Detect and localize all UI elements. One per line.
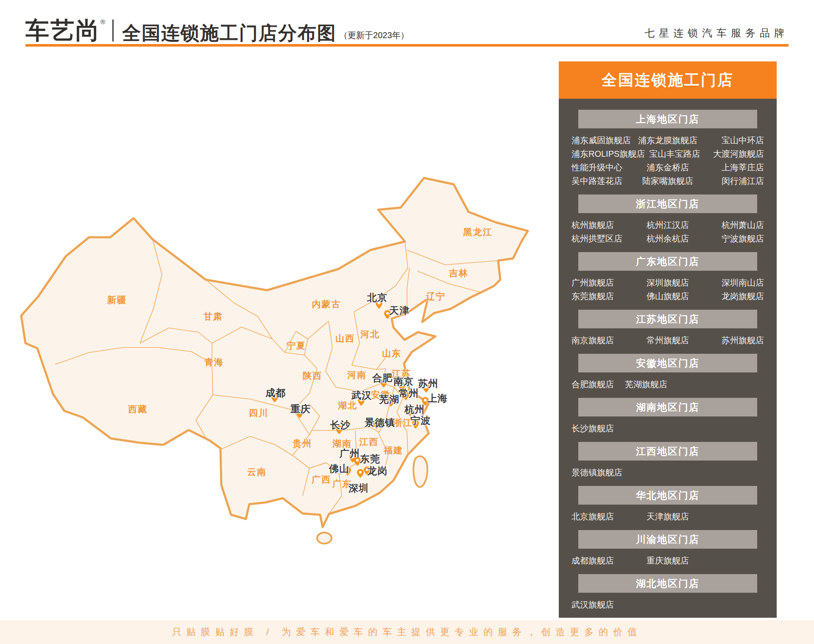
- store-name: 浦东金桥店: [636, 161, 700, 174]
- store-name: 合肥旗舰店: [571, 378, 614, 391]
- store-name: 杭州旗舰店: [571, 218, 636, 232]
- city-label: 武汉: [351, 389, 372, 402]
- city-label: 重庆: [290, 402, 311, 416]
- city-label: 芜湖: [379, 393, 399, 406]
- store-name: 成都旗舰店: [571, 554, 636, 567]
- panel-title: 全国连锁施工门店: [559, 61, 777, 99]
- city-label: 长沙: [330, 419, 351, 432]
- city-label: 佛山: [329, 462, 349, 475]
- province-label: 辽宁: [426, 291, 446, 303]
- hainan-island: [317, 533, 332, 544]
- province-label: 宁夏: [287, 340, 306, 352]
- region-section-title: 安徽地区门店: [578, 354, 757, 372]
- store-row: 浦东威固旗舰店浦东龙膜旗舰店宝山中环店: [571, 133, 764, 147]
- store-name: 杭州萧山店: [700, 218, 764, 232]
- store-name: 大渡河旗舰店: [705, 147, 764, 161]
- store-name: 深圳旗舰店: [636, 276, 700, 289]
- city-label: 宁波: [410, 414, 431, 427]
- region-section: 川渝地区门店成都旗舰店重庆旗舰店: [571, 530, 764, 567]
- store-name: 东莞旗舰店: [571, 289, 636, 303]
- page-title: 全国连锁施工门店分布图: [122, 24, 337, 42]
- store-panel: 全国连锁施工门店 上海地区门店浦东威固旗舰店浦东龙膜旗舰店宝山中环店浦东ROLI…: [559, 61, 777, 618]
- store-name: 杭州拱墅区店: [571, 232, 636, 245]
- china-map-outline: [13, 72, 547, 559]
- map-pin-icon: [357, 469, 364, 478]
- store-name: 苏州旗舰店: [700, 333, 764, 347]
- region-section-title: 华北地区门店: [578, 486, 757, 505]
- city-label: 合肥: [372, 372, 393, 385]
- store-row: 广州旗舰店深圳旗舰店深圳南山店: [571, 276, 764, 289]
- region-section: 浙江地区门店杭州旗舰店杭州江汉店杭州萧山店杭州拱墅区店杭州余杭店宁波旗舰店: [571, 194, 764, 245]
- city-label: 景德镇: [365, 416, 395, 429]
- province-label: 青海: [204, 356, 224, 368]
- store-row: 武汉旗舰店: [571, 598, 764, 611]
- region-section: 上海地区门店浦东威固旗舰店浦东龙膜旗舰店宝山中环店浦东ROLIPS旗舰店宝山丰宝…: [571, 110, 764, 188]
- brand-logo: 车艺尚®: [25, 19, 106, 42]
- region-section-title: 湖北地区门店: [578, 574, 757, 593]
- city-label: 天津: [389, 304, 410, 317]
- province-label: 四川: [249, 407, 268, 419]
- province-label: 浙江: [393, 417, 413, 429]
- store-row: 景德镇旗舰店: [571, 466, 764, 479]
- region-section: 江西地区门店景德镇旗舰店: [571, 442, 764, 479]
- region-section: 江苏地区门店南京旗舰店常州旗舰店苏州旗舰店: [571, 310, 764, 347]
- store-name: 南京旗舰店: [571, 333, 636, 347]
- province-label: 山东: [382, 347, 401, 359]
- store-name: 浦东威固旗舰店: [571, 133, 636, 147]
- store-row: 性能升级中心浦东金桥店上海莘庄店: [571, 161, 764, 174]
- store-row: 杭州旗舰店杭州江汉店杭州萧山店: [571, 218, 764, 232]
- province-label: 内蒙古: [312, 298, 341, 310]
- region-section: 安徽地区门店合肥旗舰店芜湖旗舰店: [571, 354, 764, 391]
- brand-tagline: 七星连锁汽车服务品牌: [644, 26, 789, 42]
- store-row: 东莞旗舰店佛山旗舰店龙岗旗舰店: [571, 289, 764, 303]
- store-name: 宁波旗舰店: [700, 232, 764, 245]
- store-name: 武汉旗舰店: [571, 598, 614, 611]
- store-row: 合肥旗舰店芜湖旗舰店: [571, 378, 764, 391]
- province-label: 福建: [384, 444, 403, 456]
- city-label: 上海: [427, 392, 448, 405]
- registered-mark: ®: [100, 18, 106, 25]
- header-rule: [25, 44, 789, 47]
- store-name: 长沙旗舰店: [571, 422, 614, 435]
- city-label: 苏州: [418, 377, 438, 390]
- city-label: 深圳: [348, 482, 369, 495]
- province-label: 甘肃: [204, 311, 223, 322]
- region-section-title: 江西地区门店: [578, 442, 757, 461]
- store-name: 景德镇旗舰店: [571, 466, 622, 479]
- region-section-title: 浙江地区门店: [578, 194, 757, 213]
- province-label: 河北: [360, 328, 380, 340]
- store-name: 浦东龙膜旗舰店: [636, 133, 700, 147]
- store-row: 长沙旗舰店: [571, 422, 764, 435]
- province-label: 新疆: [107, 294, 127, 306]
- region-section: 华北地区门店北京旗舰店天津旗舰店: [571, 486, 764, 523]
- region-section-title: 川渝地区门店: [578, 530, 757, 549]
- province-label: 黑龙江: [463, 226, 493, 238]
- store-row: 杭州拱墅区店杭州余杭店宁波旗舰店: [571, 232, 764, 245]
- store-name: 天津旗舰店: [636, 510, 700, 523]
- footer-slogan: 只贴膜贴好膜 / 为爱车和爱车的车主提供更专业的服务，创造更多的价值: [172, 626, 642, 638]
- store-name: 龙岗旗舰店: [700, 289, 764, 303]
- header: 车艺尚® 全国连锁施工门店分布图 （更新于2023年） 七星连锁汽车服务品牌: [25, 8, 789, 42]
- province-label: 山西: [335, 333, 355, 344]
- region-section: 广东地区门店广州旗舰店深圳旗舰店深圳南山店东莞旗舰店佛山旗舰店龙岗旗舰店: [571, 252, 764, 303]
- province-label: 江西: [359, 436, 379, 448]
- store-name: 重庆旗舰店: [636, 554, 700, 567]
- city-label: 常州: [399, 387, 419, 400]
- store-name: [700, 554, 764, 567]
- store-name: 闵行浦江店: [700, 174, 764, 188]
- header-divider: [112, 19, 114, 42]
- panel-sections: 上海地区门店浦东威固旗舰店浦东龙膜旗舰店宝山中环店浦东ROLIPS旗舰店宝山丰宝…: [559, 99, 777, 618]
- region-section-title: 上海地区门店: [578, 110, 757, 128]
- store-name: 宝山丰宝路店: [645, 147, 704, 161]
- footer: 只贴膜贴好膜 / 为爱车和爱车的车主提供更专业的服务，创造更多的价值: [0, 620, 814, 644]
- region-section: 湖北地区门店武汉旗舰店: [571, 574, 764, 611]
- page: { "header": { "logo": "车艺尚", "registered…: [0, 0, 814, 644]
- country-border: [21, 178, 528, 527]
- store-name: 芜湖旗舰店: [625, 378, 667, 391]
- region-section-title: 江苏地区门店: [578, 310, 757, 328]
- store-name: [700, 510, 764, 523]
- store-name: 北京旗舰店: [571, 510, 636, 523]
- store-name: 杭州余杭店: [636, 232, 700, 245]
- city-label: 北京: [367, 291, 387, 304]
- store-name: 常州旗舰店: [636, 333, 700, 347]
